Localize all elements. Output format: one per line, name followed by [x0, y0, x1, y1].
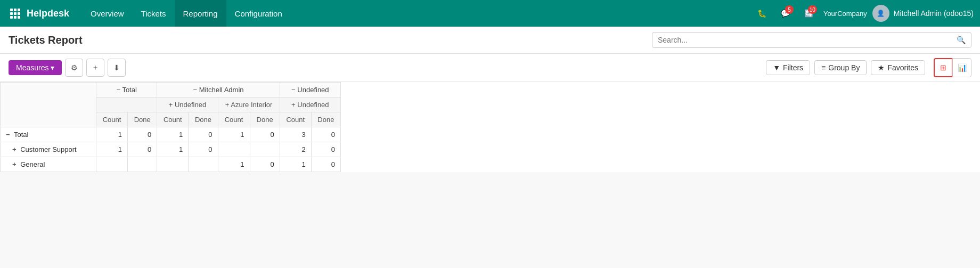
mitchell-collapse-icon[interactable]: −: [193, 86, 197, 94]
measures-label: Measures: [16, 63, 48, 72]
cell-gen-count2: [157, 157, 189, 172]
company-name[interactable]: YourCompany: [823, 10, 867, 18]
settings-icon-btn[interactable]: ⚙: [65, 59, 83, 77]
measures-button[interactable]: Measures ▾: [9, 60, 62, 75]
svg-rect-1: [14, 9, 17, 11]
groupby-icon: ≡: [821, 63, 826, 72]
svg-rect-8: [18, 16, 20, 19]
download-icon-btn[interactable]: ⬇: [108, 59, 126, 77]
refresh-icon-btn[interactable]: 🔄 10: [800, 4, 818, 22]
undefined-sub-expand-icon[interactable]: +: [169, 101, 173, 109]
col-sub-undefined2: + Undefined: [280, 98, 340, 112]
col-sub-undefined: + Undefined: [157, 98, 218, 112]
settings-icon: ⚙: [71, 63, 78, 72]
undefined-outer-collapse-icon[interactable]: −: [291, 86, 296, 94]
groupby-button[interactable]: ≡ Group By: [814, 60, 867, 75]
cell-cs-done2: 0: [189, 142, 218, 157]
chat-icon-btn[interactable]: 💬 5: [777, 4, 795, 22]
cell-total-done2: 0: [189, 127, 218, 142]
measure-done-3: Done: [250, 112, 280, 127]
cell-total-count3: 1: [218, 127, 250, 142]
subheader: Tickets Report 🔍: [0, 27, 980, 54]
table-row: + Customer Support 1 0 1 0 2 0: [1, 142, 341, 157]
cell-gen-done1: [128, 157, 157, 172]
total-row-collapse-icon[interactable]: −: [6, 131, 10, 139]
refresh-badge: 10: [808, 5, 817, 14]
col-group-total: − Total: [96, 83, 157, 98]
cell-total-count2: 1: [157, 127, 189, 142]
table-row: + General 1 0 1 0: [1, 157, 341, 172]
cell-total-count1: 1: [96, 127, 128, 142]
svg-rect-4: [14, 12, 17, 15]
measures-caret-icon: ▾: [51, 63, 54, 72]
empty-corner: [1, 83, 96, 127]
view-switcher: ⊞ 📊: [934, 58, 971, 77]
toolbar-left: Measures ▾ ⚙ ＋ ⬇: [9, 59, 126, 77]
cell-cs-done1: 0: [128, 142, 157, 157]
cell-total-count4: 3: [280, 127, 311, 142]
row-general-label: + General: [1, 157, 96, 172]
cell-gen-done4: 0: [311, 157, 340, 172]
nav-reporting[interactable]: Reporting: [175, 0, 226, 27]
undefined2-expand-icon[interactable]: +: [291, 101, 296, 109]
user-name: Mitchell Admin (odoo15): [894, 9, 974, 18]
col-group-row: − Total − Mitchell Admin − Undefined: [1, 83, 341, 98]
top-menu: Overview Tickets Reporting Configuration: [82, 0, 750, 27]
nav-overview[interactable]: Overview: [82, 0, 133, 27]
azure-expand-icon[interactable]: +: [225, 101, 230, 109]
filters-label: Filters: [783, 63, 803, 72]
cell-total-done4: 0: [311, 127, 340, 142]
nav-configuration[interactable]: Configuration: [226, 0, 291, 27]
measure-done-4: Done: [311, 112, 340, 127]
cell-total-done3: 0: [250, 127, 280, 142]
add-icon-btn[interactable]: ＋: [86, 59, 104, 77]
filters-button[interactable]: ▼ Filters: [766, 60, 810, 75]
bug-icon-btn[interactable]: 🐛: [753, 4, 771, 22]
cell-cs-count4: 2: [280, 142, 311, 157]
general-expand-icon[interactable]: +: [12, 160, 17, 168]
svg-rect-5: [18, 12, 20, 15]
col-group-undefined-outer: − Undefined: [280, 83, 340, 98]
measure-count-3: Count: [218, 112, 250, 127]
cell-gen-done2: [189, 157, 218, 172]
search-icon[interactable]: 🔍: [951, 33, 971, 47]
pivot-table: − Total − Mitchell Admin − Undefined + U…: [0, 82, 341, 172]
svg-rect-7: [14, 16, 17, 19]
svg-rect-0: [10, 9, 13, 11]
cell-total-done1: 0: [128, 127, 157, 142]
user-menu[interactable]: 👤 Mitchell Admin (odoo15): [872, 5, 974, 22]
col-group-mitchell: − Mitchell Admin: [157, 83, 280, 98]
svg-rect-6: [10, 16, 13, 19]
avatar: 👤: [872, 5, 889, 22]
row-customer-support-label: + Customer Support: [1, 142, 96, 157]
groupby-label: Group By: [828, 63, 860, 72]
nav-tickets[interactable]: Tickets: [133, 0, 175, 27]
app-menu-icon[interactable]: [6, 5, 23, 22]
grid-icon: ⊞: [940, 63, 946, 72]
measure-count-4: Count: [280, 112, 311, 127]
topnav: Helpdesk Overview Tickets Reporting Conf…: [0, 0, 980, 27]
app-brand[interactable]: Helpdesk: [27, 8, 69, 19]
table-row: − Total 1 0 1 0 1 0 3 0: [1, 127, 341, 142]
favorites-label: Favorites: [887, 63, 918, 72]
row-total-label: − Total: [1, 127, 96, 142]
topnav-right: 🐛 💬 5 🔄 10 YourCompany 👤 Mitchell Admin …: [753, 4, 974, 22]
cell-cs-done3: [250, 142, 280, 157]
cell-gen-done3: 0: [250, 157, 280, 172]
pivot-view-btn[interactable]: ⊞: [934, 58, 953, 77]
pivot-table-container: − Total − Mitchell Admin − Undefined + U…: [0, 82, 980, 172]
favorites-button[interactable]: ★ Favorites: [871, 60, 925, 75]
measure-count-1: Count: [96, 112, 128, 127]
total-collapse-icon[interactable]: −: [116, 86, 120, 94]
search-bar: 🔍: [652, 32, 971, 48]
cell-cs-count3: [218, 142, 250, 157]
measure-done-1: Done: [128, 112, 157, 127]
customer-support-expand-icon[interactable]: +: [12, 145, 17, 153]
cell-cs-count1: 1: [96, 142, 128, 157]
chart-view-btn[interactable]: 📊: [952, 58, 971, 77]
search-input[interactable]: [652, 33, 951, 47]
toolbar: Measures ▾ ⚙ ＋ ⬇ ▼ Filters ≡ Group By ★ …: [0, 54, 980, 82]
toolbar-right: ▼ Filters ≡ Group By ★ Favorites ⊞ 📊: [766, 58, 971, 77]
cell-gen-count1: [96, 157, 128, 172]
cell-gen-count4: 1: [280, 157, 311, 172]
